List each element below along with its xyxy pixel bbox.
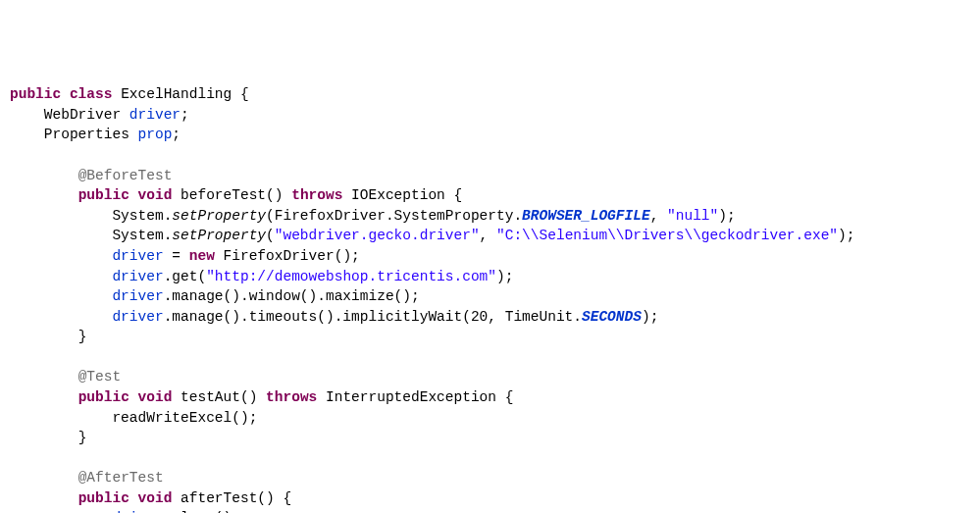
static-setproperty: setProperty <box>172 228 266 243</box>
keyword-public: public <box>78 389 129 405</box>
keyword-new: new <box>189 248 215 264</box>
static-field-browser-logfile: BROWSER_LOGFILE <box>522 208 650 224</box>
keyword-void: void <box>138 389 173 405</box>
comma: , <box>650 208 667 224</box>
line-close-brace: } <box>10 430 86 445</box>
line-readwrite: readWriteExcel(); <box>10 410 257 426</box>
method-name: afterTest() { <box>172 490 291 506</box>
annotation-test: @Test <box>78 369 122 385</box>
semicolon: ; <box>172 127 181 142</box>
args-close: ); <box>718 208 735 224</box>
method-chain: .manage().timeouts().implicitlyWait(20, … <box>164 309 582 325</box>
method-name: testAut() <box>172 389 266 405</box>
type-webdriver: WebDriver <box>44 107 121 123</box>
keyword-void: void <box>138 490 173 506</box>
line-close-brace: } <box>10 329 86 344</box>
annotation-aftertest: @AfterTest <box>78 470 164 486</box>
static-setproperty: setProperty <box>172 208 266 224</box>
args-close: ); <box>838 228 854 243</box>
brace-close: } <box>78 329 87 344</box>
brace-open: { <box>232 86 248 102</box>
args-close: ); <box>642 309 658 325</box>
exception-type: InterruptedException { <box>317 389 513 405</box>
semicolon: ; <box>181 107 189 123</box>
field-prop: prop <box>138 127 173 142</box>
method-name: beforeTest() <box>172 187 291 203</box>
static-field-seconds: SECONDS <box>582 309 642 325</box>
method-call: readWriteExcel(); <box>112 410 257 426</box>
line-anno-test: @Test <box>10 369 121 385</box>
string-literal: "C:\\Selenium\\Drivers\\geckodriver.exe" <box>496 228 838 243</box>
line-driver-init: driver = new FirefoxDriver(); <box>10 248 360 264</box>
field-driver: driver <box>129 107 181 123</box>
keyword-void: void <box>138 187 173 203</box>
paren-open: ( <box>266 228 275 243</box>
line-2: WebDriver driver; <box>10 107 189 123</box>
line-anno-before: @BeforeTest <box>10 168 172 183</box>
code-block: public class ExcelHandling { WebDriver d… <box>10 84 970 513</box>
class-name: ExcelHandling <box>121 86 232 102</box>
line-3: Properties prop; <box>10 127 181 142</box>
line-testaut-sig: public void testAut() throws Interrupted… <box>10 389 513 405</box>
string-url: "http://demowebshop.tricentis.com" <box>206 269 496 284</box>
keyword-throws: throws <box>291 187 342 203</box>
string-literal: "null" <box>667 208 718 224</box>
type-properties: Properties <box>44 127 129 142</box>
comma: , <box>480 228 496 243</box>
system-ref: System. <box>112 228 172 243</box>
line-1: public class ExcelHandling { <box>10 86 249 102</box>
keyword-public: public <box>78 187 129 203</box>
line-setprop-2: System.setProperty("webdriver.gecko.driv… <box>10 228 854 243</box>
line-maximize: driver.manage().window().maximize(); <box>10 288 420 304</box>
keyword-class: class <box>70 86 113 102</box>
annotation-beforetest: @BeforeTest <box>78 168 173 183</box>
field-driver: driver <box>112 309 163 325</box>
line-implicitwait: driver.manage().timeouts().implicitlyWai… <box>10 309 658 325</box>
method-get-open: .get( <box>164 269 207 284</box>
constructor-call: FirefoxDriver(); <box>215 248 360 264</box>
line-anno-after: @AfterTest <box>10 470 164 486</box>
line-beforetest-sig: public void beforeTest() throws IOExcept… <box>10 187 462 203</box>
string-literal: "webdriver.gecko.driver" <box>275 228 480 243</box>
system-ref: System. <box>112 208 172 224</box>
args-open: (FirefoxDriver.SystemProperty. <box>266 208 522 224</box>
method-get-close: ); <box>496 269 513 284</box>
field-driver: driver <box>112 269 163 284</box>
field-driver: driver <box>112 288 163 304</box>
method-chain: .manage().window().maximize(); <box>164 288 420 304</box>
line-aftertest-sig: public void afterTest() { <box>10 490 291 506</box>
keyword-public: public <box>10 86 61 102</box>
equals: = <box>164 248 189 264</box>
brace-close: } <box>78 430 87 445</box>
line-setprop-1: System.setProperty(FirefoxDriver.SystemP… <box>10 208 736 224</box>
exception-type: IOException { <box>342 187 462 203</box>
keyword-throws: throws <box>266 389 317 405</box>
keyword-public: public <box>78 490 129 506</box>
field-driver: driver <box>112 248 163 264</box>
line-driver-get: driver.get("http://demowebshop.tricentis… <box>10 269 513 284</box>
